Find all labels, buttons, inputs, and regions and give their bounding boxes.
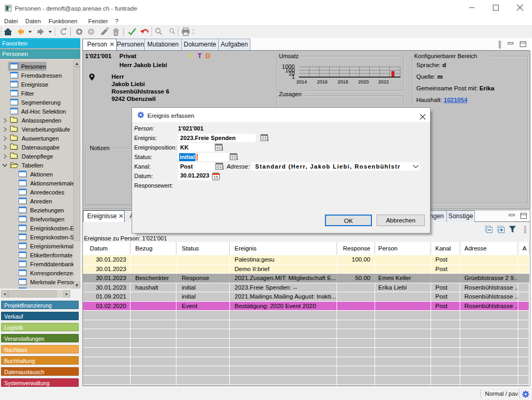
svg-text:2016: 2016 xyxy=(317,79,328,85)
svg-text:2014: 2014 xyxy=(296,79,307,85)
svg-text:15: 15 xyxy=(213,175,218,180)
svg-text:2020: 2020 xyxy=(358,79,369,85)
svg-text:2018: 2018 xyxy=(338,79,348,85)
svg-text:2022: 2022 xyxy=(378,79,389,85)
svg-text:1: 1 xyxy=(292,73,295,80)
